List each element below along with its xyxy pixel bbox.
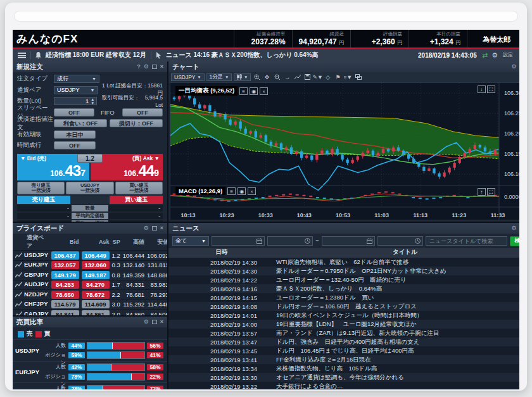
ask-quote-button[interactable]: 149.187	[82, 271, 110, 279]
draw-icon[interactable]: ✎▼	[314, 73, 322, 81]
help-icon[interactable]: ?	[137, 64, 141, 70]
settings-gear-icon[interactable]: ⚙	[491, 51, 498, 60]
chart-timeframe-select[interactable]: 1分足▼	[206, 73, 232, 81]
date-from-input[interactable]	[212, 236, 265, 246]
chart-pair-select[interactable]: USDJPY▼	[171, 73, 205, 81]
indicator-close-icon[interactable]: ×	[248, 187, 256, 195]
news-row[interactable]: 2018/02/19 14:22ユーロ円オーダー＝132.40-50円 断続的に…	[168, 275, 519, 284]
chart-line-icon[interactable]	[15, 312, 22, 315]
bid-quote-button[interactable]: 84.841	[51, 310, 79, 315]
indicator-settings-icon[interactable]: ≡	[239, 87, 248, 95]
take-profit-button[interactable]: 利食い：OFF	[54, 119, 107, 127]
price-row[interactable]: GBPJPY149.179149.1870.8149.359148.886+10…	[13, 270, 167, 280]
bulk-close-button[interactable]: 売り建玉一括決済	[17, 182, 65, 194]
bulk-close-button[interactable]: USDJPY一括決済	[66, 182, 113, 194]
stop-loss-button[interactable]: 損切り：OFF	[110, 119, 163, 127]
news-row[interactable]: 2018/02/19 13:34米株価指数先物、じり高 105ドル高	[168, 364, 519, 373]
news-search-input[interactable]	[426, 236, 507, 246]
pair-select[interactable]: USDJPY▼	[54, 86, 98, 94]
stamp-icon[interactable]: ⚑	[334, 73, 342, 81]
time-order-toggle[interactable]: OFF	[54, 141, 96, 149]
go-latest-icon[interactable]: →	[283, 73, 291, 81]
price-row[interactable]: EURJPY132.057132.0600.3132.140131.811+7.…	[13, 260, 167, 270]
gear-icon[interactable]: ⚙	[512, 64, 517, 70]
indicator-settings-icon[interactable]: ≡	[227, 187, 236, 195]
gear-icon[interactable]: ⚙	[144, 225, 149, 231]
address-bar[interactable]	[14, 11, 518, 22]
menu-icon[interactable]	[18, 53, 26, 58]
news-row[interactable]: 2018/02/19 13:47ドル円、強含み 日経平均の400円超高も相場の支…	[168, 337, 519, 346]
news-row[interactable]: 2018/02/19 13:41FF金利織り込み度 2＝2月16日現在	[168, 355, 519, 364]
news-row[interactable]: 2018/02/19 13:57南ア・ランド（ZAR）は9.13円近辺、新大統領…	[168, 329, 519, 337]
bid-quote-button[interactable]: 78.650	[51, 291, 79, 299]
tab-sell-positions[interactable]: 売り建玉	[17, 196, 70, 204]
news-row[interactable]: 2018/02/19 13:45ドル円 106.45円までじり高、日経平均は40…	[168, 346, 519, 355]
chart-line-icon[interactable]	[15, 253, 22, 260]
news-row[interactable]: 2018/02/19 14:0119日の欧米イベントスケジュール（時間は日本時間…	[168, 311, 519, 320]
close-icon[interactable]: ×	[160, 225, 163, 231]
news-row[interactable]: 2018/02/19 13:30オセアニア通貨は堅調も、今年は強弱分かれる	[168, 373, 519, 382]
gear-icon[interactable]: ⚙	[144, 319, 149, 325]
indicator-visibility-icon[interactable]: ◉	[250, 87, 258, 95]
popout-icon[interactable]	[152, 226, 157, 230]
news-category-select[interactable]: 全て▼	[172, 236, 209, 246]
pan-icon[interactable]: ✥	[263, 73, 271, 81]
pane-collapse-icon[interactable]: ↑	[478, 188, 486, 196]
ask-quote-button[interactable]: 84.270	[82, 280, 110, 289]
layout-icon[interactable]	[354, 73, 362, 81]
price-chart[interactable]: 一目均衡表 (9,26,52) ≡ ◉ × MACD (12,26,9) ≡ ◉…	[170, 82, 519, 220]
settings-label[interactable]: 設定	[503, 53, 514, 58]
chart-line-icon[interactable]	[15, 272, 22, 279]
indicator-icon[interactable]	[293, 73, 301, 81]
save-icon[interactable]	[303, 73, 312, 81]
chart-line-icon[interactable]	[15, 301, 22, 308]
popout-icon[interactable]	[152, 320, 157, 324]
bid-quote-button[interactable]: 114.579	[51, 300, 79, 308]
chart-line-icon[interactable]	[15, 262, 22, 269]
pane-expand-icon[interactable]: ⛶	[487, 85, 495, 93]
news-row[interactable]: 2018/02/19 14:30WTI原油先物相場、底堅い 62ドル台前半で推移	[168, 258, 519, 267]
news-row[interactable]: 2018/02/19 14:08ドル円オーダー＝106.50円 越えるとストップ…	[168, 302, 519, 311]
price-row[interactable]: USDJPY106.437106.4491.2106.444106.092+1.…	[13, 251, 167, 261]
news-row[interactable]: 2018/02/19 14:15ユーロオーダー＝1.2380ドル 買い	[168, 293, 519, 302]
news-row[interactable]: 2018/02/19 14:30豪ドルオーダー＝0.7950ドル OP21日NY…	[168, 267, 519, 275]
price-row[interactable]: CHFJPY114.579114.6093.0115.292114.448+5.…	[13, 299, 167, 310]
ask-quote-button[interactable]: 78.672	[82, 291, 110, 299]
price-row[interactable]: CADJPY84.84184.8612.084.86084.506+5.00	[13, 310, 167, 316]
chart-type-select[interactable]: ▼	[234, 73, 251, 81]
time-from-input[interactable]	[267, 236, 313, 246]
capture-icon[interactable]: ▼	[344, 73, 352, 81]
eraser-icon[interactable]: ◇	[324, 73, 332, 81]
chart-line-icon[interactable]	[15, 282, 22, 289]
price-row[interactable]: NZDJPY78.65078.6722.278.68178.293+10.00	[13, 290, 167, 300]
tab-buy-positions[interactable]: 買い建玉	[110, 196, 163, 204]
slippage-toggle[interactable]: OFF	[54, 108, 94, 117]
ask-quote-button[interactable]: 84.861	[82, 310, 110, 315]
news-row[interactable]: 2018/02/19 13:22大手銀行による合意の…	[168, 382, 519, 389]
bid-quote-button[interactable]: 84.253	[51, 280, 79, 289]
pane-collapse-icon[interactable]: ↓	[478, 85, 486, 93]
close-icon[interactable]: ×	[160, 319, 163, 325]
fifo-toggle[interactable]: OFF	[122, 108, 163, 117]
bulk-close-button[interactable]: 買い建玉一括決済	[115, 182, 163, 194]
zoom-out-icon[interactable]	[273, 73, 281, 81]
gear-icon[interactable]: ⚙	[144, 64, 149, 70]
ask-quote-button[interactable]: 114.609	[82, 300, 110, 308]
indicator-close-icon[interactable]: ×	[260, 87, 268, 95]
close-icon[interactable]: ×	[160, 64, 163, 70]
popout-icon[interactable]	[152, 65, 157, 69]
news-row[interactable]: 2018/02/19 14:16豪ＡＳＸ200指数、しっかり 0.64%高	[168, 284, 519, 293]
pane-expand-icon[interactable]: ⛶	[487, 188, 495, 196]
ask-quote-button[interactable]: 106.449	[82, 251, 110, 260]
quantity-stepper[interactable]: 1▲▼	[54, 97, 97, 105]
indicator-visibility-icon[interactable]: ◉	[238, 187, 246, 195]
bid-quote-button[interactable]: 132.057	[51, 261, 79, 269]
order-type-select[interactable]: 成行▼	[54, 75, 99, 83]
zoom-in-icon[interactable]	[253, 73, 261, 81]
ask-quote-button[interactable]: 132.060	[82, 261, 110, 269]
bid-quote-button[interactable]: 149.179	[51, 271, 79, 279]
expiry-button[interactable]: 本日中	[54, 130, 96, 139]
news-row[interactable]: 2018/02/19 14:0019日重要指標【LDN】 ユーロ圏12月経常収支…	[168, 320, 519, 329]
chart-line-icon[interactable]	[15, 292, 22, 299]
time-to-input[interactable]	[377, 236, 423, 246]
